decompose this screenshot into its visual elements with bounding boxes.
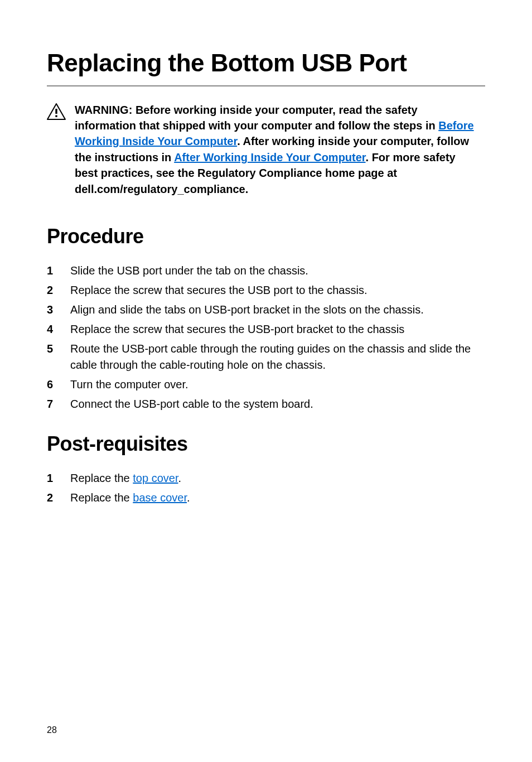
postreq-step: Replace the base cover. [47, 490, 485, 506]
procedure-step: Route the USB-port cable through the rou… [47, 341, 485, 373]
procedure-heading: Procedure [47, 225, 485, 248]
procedure-step: Turn the computer over. [47, 377, 485, 393]
warning-block: WARNING: Before working inside your comp… [47, 102, 485, 197]
procedure-step: Replace the screw that secures the USB p… [47, 282, 485, 298]
page-number: 28 [47, 725, 57, 735]
postreq-text-segment: Replace the [70, 472, 133, 484]
warning-icon [47, 103, 66, 120]
postreq-text-segment: Replace the [70, 491, 133, 504]
link-base-cover[interactable]: base cover [133, 491, 187, 504]
postreq-section: Post-requisites Replace the top cover. R… [47, 432, 485, 506]
postreq-step: Replace the top cover. [47, 470, 485, 486]
postreq-text-segment: . [187, 491, 190, 504]
postreq-text-segment: . [178, 472, 181, 484]
warning-text: WARNING: Before working inside your comp… [75, 102, 480, 197]
procedure-step: Connect the USB-port cable to the system… [47, 396, 485, 412]
procedure-section: Procedure Slide the USB port under the t… [47, 225, 485, 412]
svg-rect-2 [55, 115, 57, 117]
procedure-step: Replace the screw that secures the USB-p… [47, 321, 485, 337]
warning-text-segment: WARNING: Before working inside your comp… [75, 104, 438, 132]
procedure-step: Align and slide the tabs on USB-port bra… [47, 302, 485, 318]
postreq-heading: Post-requisites [47, 432, 485, 456]
postreq-steps: Replace the top cover. Replace the base … [47, 470, 485, 506]
page-title: Replacing the Bottom USB Port [47, 49, 485, 86]
link-top-cover[interactable]: top cover [133, 472, 178, 484]
link-after-working[interactable]: After Working Inside Your Computer [174, 151, 365, 163]
svg-rect-1 [55, 109, 57, 114]
procedure-step: Slide the USB port under the tab on the … [47, 263, 485, 279]
procedure-steps: Slide the USB port under the tab on the … [47, 263, 485, 412]
